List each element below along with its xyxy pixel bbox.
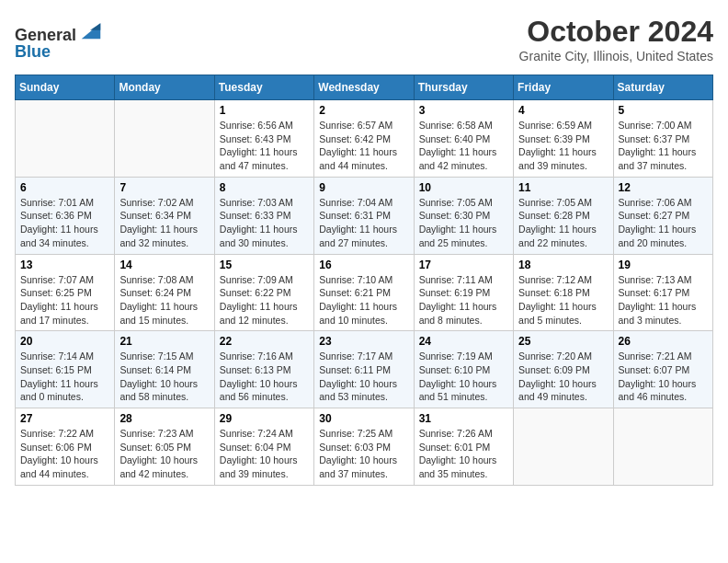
day-info: Sunrise: 6:57 AMSunset: 6:42 PMDaylight:… xyxy=(319,119,408,173)
day-info: Sunrise: 7:24 AMSunset: 6:04 PMDaylight:… xyxy=(220,427,309,481)
calendar-cell: 29Sunrise: 7:24 AMSunset: 6:04 PMDayligh… xyxy=(214,408,313,486)
day-number: 17 xyxy=(419,259,508,271)
calendar-cell: 4Sunrise: 6:59 AMSunset: 6:39 PMDaylight… xyxy=(514,100,613,178)
calendar-cell: 23Sunrise: 7:17 AMSunset: 6:11 PMDayligh… xyxy=(314,331,414,408)
calendar-cell: 5Sunrise: 7:00 AMSunset: 6:37 PMDaylight… xyxy=(613,100,712,178)
day-info: Sunrise: 6:58 AMSunset: 6:40 PMDaylight:… xyxy=(419,119,508,173)
day-number: 3 xyxy=(419,104,508,117)
day-info: Sunrise: 7:02 AMSunset: 6:34 PMDaylight:… xyxy=(119,196,209,250)
calendar-header-row: SundayMondayTuesdayWednesdayThursdayFrid… xyxy=(16,75,713,100)
day-number: 2 xyxy=(319,104,408,117)
calendar-week-row: 27Sunrise: 7:22 AMSunset: 6:06 PMDayligh… xyxy=(16,408,713,486)
logo-icon xyxy=(78,15,104,40)
day-number: 14 xyxy=(119,259,209,271)
calendar-cell: 16Sunrise: 7:10 AMSunset: 6:21 PMDayligh… xyxy=(314,254,414,331)
day-of-week-header: Tuesday xyxy=(214,75,313,100)
day-of-week-header: Friday xyxy=(514,75,613,100)
day-number: 4 xyxy=(518,104,608,117)
day-number: 20 xyxy=(20,335,109,348)
svg-marker-1 xyxy=(90,23,100,29)
day-info: Sunrise: 7:13 AMSunset: 6:17 PMDaylight:… xyxy=(619,273,708,327)
day-info: Sunrise: 7:22 AMSunset: 6:06 PMDaylight:… xyxy=(20,427,109,481)
day-info: Sunrise: 7:19 AMSunset: 6:10 PMDaylight:… xyxy=(419,350,508,404)
month-title: October 2024 xyxy=(519,15,713,49)
day-number: 13 xyxy=(20,259,109,271)
day-number: 1 xyxy=(220,104,309,117)
day-number: 19 xyxy=(619,259,708,271)
day-of-week-header: Sunday xyxy=(16,75,115,100)
day-info: Sunrise: 7:11 AMSunset: 6:19 PMDaylight:… xyxy=(419,273,508,327)
day-info: Sunrise: 7:06 AMSunset: 6:27 PMDaylight:… xyxy=(619,196,708,250)
day-info: Sunrise: 7:17 AMSunset: 6:11 PMDaylight:… xyxy=(319,350,408,404)
day-number: 25 xyxy=(518,335,608,348)
calendar-cell: 9Sunrise: 7:04 AMSunset: 6:31 PMDaylight… xyxy=(314,177,414,254)
day-info: Sunrise: 7:04 AMSunset: 6:31 PMDaylight:… xyxy=(319,196,408,250)
day-info: Sunrise: 7:08 AMSunset: 6:24 PMDaylight:… xyxy=(119,273,209,327)
calendar-cell: 17Sunrise: 7:11 AMSunset: 6:19 PMDayligh… xyxy=(414,254,513,331)
day-number: 16 xyxy=(319,259,408,271)
day-number: 31 xyxy=(419,412,508,425)
day-info: Sunrise: 6:56 AMSunset: 6:43 PMDaylight:… xyxy=(220,119,309,173)
calendar-cell xyxy=(16,100,115,178)
day-number: 28 xyxy=(119,412,209,425)
day-of-week-header: Wednesday xyxy=(314,75,414,100)
day-number: 11 xyxy=(518,181,608,194)
calendar-cell: 25Sunrise: 7:20 AMSunset: 6:09 PMDayligh… xyxy=(514,331,613,408)
calendar-cell: 2Sunrise: 6:57 AMSunset: 6:42 PMDaylight… xyxy=(314,100,414,178)
day-info: Sunrise: 7:07 AMSunset: 6:25 PMDaylight:… xyxy=(20,273,109,327)
day-info: Sunrise: 7:26 AMSunset: 6:01 PMDaylight:… xyxy=(419,427,508,481)
day-info: Sunrise: 7:03 AMSunset: 6:33 PMDaylight:… xyxy=(220,196,309,250)
logo-blue: Blue xyxy=(15,42,51,61)
day-number: 23 xyxy=(319,335,408,348)
day-number: 26 xyxy=(619,335,708,348)
day-info: Sunrise: 7:05 AMSunset: 6:30 PMDaylight:… xyxy=(419,196,508,250)
day-info: Sunrise: 7:10 AMSunset: 6:21 PMDaylight:… xyxy=(319,273,408,327)
calendar-cell xyxy=(514,408,613,486)
day-number: 15 xyxy=(220,259,309,271)
calendar-cell: 15Sunrise: 7:09 AMSunset: 6:22 PMDayligh… xyxy=(214,254,313,331)
title-block: October 2024 Granite City, Illinois, Uni… xyxy=(519,15,713,63)
day-info: Sunrise: 7:14 AMSunset: 6:15 PMDaylight:… xyxy=(20,350,109,404)
calendar-cell: 28Sunrise: 7:23 AMSunset: 6:05 PMDayligh… xyxy=(115,408,214,486)
day-number: 21 xyxy=(119,335,209,348)
day-number: 24 xyxy=(419,335,508,348)
day-info: Sunrise: 7:20 AMSunset: 6:09 PMDaylight:… xyxy=(518,350,608,404)
day-number: 30 xyxy=(319,412,408,425)
day-number: 12 xyxy=(619,181,708,194)
day-of-week-header: Saturday xyxy=(613,75,712,100)
calendar-cell xyxy=(115,100,214,178)
calendar-cell: 20Sunrise: 7:14 AMSunset: 6:15 PMDayligh… xyxy=(16,331,115,408)
day-number: 18 xyxy=(518,259,608,271)
day-number: 29 xyxy=(220,412,309,425)
location-title: Granite City, Illinois, United States xyxy=(519,49,713,63)
calendar-week-row: 6Sunrise: 7:01 AMSunset: 6:36 PMDaylight… xyxy=(16,177,713,254)
day-info: Sunrise: 7:21 AMSunset: 6:07 PMDaylight:… xyxy=(619,350,708,404)
day-info: Sunrise: 7:01 AMSunset: 6:36 PMDaylight:… xyxy=(20,196,109,250)
day-number: 22 xyxy=(220,335,309,348)
day-number: 6 xyxy=(20,181,109,194)
day-number: 8 xyxy=(220,181,309,194)
calendar-cell: 26Sunrise: 7:21 AMSunset: 6:07 PMDayligh… xyxy=(613,331,712,408)
day-number: 7 xyxy=(119,181,209,194)
day-info: Sunrise: 7:12 AMSunset: 6:18 PMDaylight:… xyxy=(518,273,608,327)
calendar-cell: 27Sunrise: 7:22 AMSunset: 6:06 PMDayligh… xyxy=(16,408,115,486)
day-number: 10 xyxy=(419,181,508,194)
calendar-cell xyxy=(613,408,712,486)
calendar-cell: 3Sunrise: 6:58 AMSunset: 6:40 PMDaylight… xyxy=(414,100,513,178)
calendar-cell: 31Sunrise: 7:26 AMSunset: 6:01 PMDayligh… xyxy=(414,408,513,486)
page-header: General Blue October 2024 Granite City, … xyxy=(15,15,713,63)
calendar-cell: 13Sunrise: 7:07 AMSunset: 6:25 PMDayligh… xyxy=(16,254,115,331)
day-info: Sunrise: 6:59 AMSunset: 6:39 PMDaylight:… xyxy=(518,119,608,173)
calendar-cell: 1Sunrise: 6:56 AMSunset: 6:43 PMDaylight… xyxy=(214,100,313,178)
logo: General Blue xyxy=(15,15,104,62)
calendar-cell: 12Sunrise: 7:06 AMSunset: 6:27 PMDayligh… xyxy=(613,177,712,254)
day-of-week-header: Monday xyxy=(115,75,214,100)
calendar-week-row: 13Sunrise: 7:07 AMSunset: 6:25 PMDayligh… xyxy=(16,254,713,331)
day-number: 27 xyxy=(20,412,109,425)
calendar-cell: 19Sunrise: 7:13 AMSunset: 6:17 PMDayligh… xyxy=(613,254,712,331)
calendar-cell: 30Sunrise: 7:25 AMSunset: 6:03 PMDayligh… xyxy=(314,408,414,486)
calendar-body: 1Sunrise: 6:56 AMSunset: 6:43 PMDaylight… xyxy=(16,100,713,486)
calendar-cell: 14Sunrise: 7:08 AMSunset: 6:24 PMDayligh… xyxy=(115,254,214,331)
day-info: Sunrise: 7:15 AMSunset: 6:14 PMDaylight:… xyxy=(119,350,209,404)
calendar-table: SundayMondayTuesdayWednesdayThursdayFrid… xyxy=(15,75,713,486)
